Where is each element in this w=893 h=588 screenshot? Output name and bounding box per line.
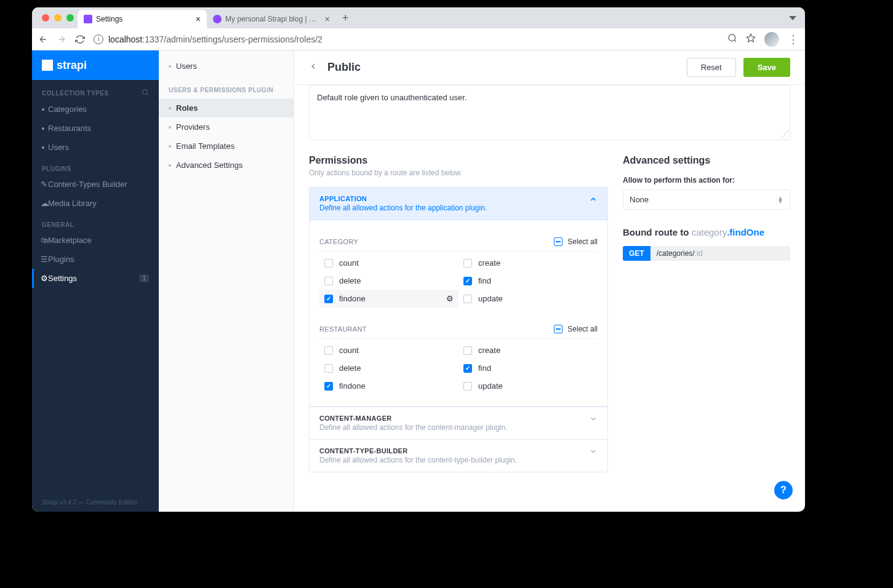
- select-all-category[interactable]: Select all: [554, 237, 598, 246]
- sidebar-item-plugins[interactable]: ☰Plugins: [32, 250, 159, 269]
- checkbox[interactable]: [324, 346, 333, 355]
- sidebar-item-settings[interactable]: ⚙Settings1: [32, 269, 159, 288]
- close-icon[interactable]: ×: [325, 14, 330, 24]
- sidebar-item-users[interactable]: Users: [32, 138, 159, 157]
- sidebar-item-categories[interactable]: Categories: [32, 100, 159, 119]
- back-button[interactable]: [38, 34, 48, 44]
- help-button[interactable]: ?: [774, 481, 793, 499]
- checkbox[interactable]: [324, 277, 333, 285]
- menu-icon[interactable]: ⋮: [788, 33, 799, 46]
- section-collection-types: COLLECTION TYPES: [32, 80, 159, 100]
- perm-create[interactable]: create: [459, 254, 598, 272]
- accordion-subtitle: Define all allowed actions for the conte…: [319, 456, 517, 464]
- window-maximize-icon[interactable]: [66, 14, 74, 22]
- select-all-restaurant[interactable]: Select all: [554, 325, 598, 333]
- forward-button[interactable]: [57, 34, 66, 44]
- tab-title: Settings: [96, 15, 192, 23]
- route-method: GET: [623, 246, 651, 261]
- indeterminate-checkbox[interactable]: [554, 237, 563, 246]
- allow-select[interactable]: None ▲▼: [623, 189, 790, 210]
- list-icon: ☰: [41, 255, 49, 264]
- perm-count[interactable]: count: [319, 341, 459, 359]
- settings-badge: 1: [139, 274, 149, 282]
- checkbox[interactable]: [324, 259, 333, 268]
- window-close-icon[interactable]: [42, 14, 49, 22]
- search-icon[interactable]: [142, 89, 149, 97]
- page-title: Public: [327, 61, 361, 74]
- reload-button[interactable]: [75, 34, 85, 44]
- accordion-content-type-builder[interactable]: CONTENT-TYPE-BUILDER Define all allowed …: [310, 439, 607, 472]
- tab-settings[interactable]: Settings ×: [78, 10, 207, 28]
- perm-find[interactable]: find: [459, 272, 598, 290]
- sidebar-item-restaurants[interactable]: Restaurants: [32, 119, 159, 138]
- extension-dropdown-icon[interactable]: [789, 16, 796, 20]
- accordion-title: CONTENT-TYPE-BUILDER: [319, 447, 517, 455]
- checkbox[interactable]: [463, 295, 472, 303]
- route-badge: GET /categories/:id: [623, 246, 790, 261]
- perm-update[interactable]: update: [459, 377, 598, 395]
- cloud-icon: ☁: [41, 199, 49, 208]
- accordion-subtitle: Define all allowed actions for the conte…: [319, 423, 508, 432]
- indeterminate-checkbox[interactable]: [554, 325, 563, 333]
- checkbox[interactable]: [324, 364, 333, 373]
- bag-icon: 🛍: [41, 236, 49, 245]
- subnav-item-email-templates[interactable]: Email Templates: [159, 137, 294, 156]
- perm-findone[interactable]: findone: [319, 377, 459, 395]
- sidebar-item-media-library[interactable]: ☁Media Library: [32, 194, 159, 213]
- pencil-icon: ✎: [41, 180, 49, 189]
- route-path: /categories/:id: [651, 246, 790, 261]
- perm-delete[interactable]: delete: [319, 272, 459, 290]
- section-plugins: PLUGINS: [32, 157, 159, 175]
- subnav-item-advanced-settings[interactable]: Advanced Settings: [159, 156, 294, 175]
- strapi-logo-icon: [42, 60, 53, 71]
- perm-create[interactable]: create: [459, 341, 598, 359]
- subnav-section: USERS & PERMISSIONS PLUGIN: [159, 76, 294, 98]
- subnav-item-providers[interactable]: Providers: [159, 117, 294, 137]
- gear-icon[interactable]: ⚙: [446, 294, 454, 303]
- search-icon[interactable]: [727, 33, 737, 46]
- chevron-down-icon: [589, 447, 598, 458]
- back-chevron[interactable]: [309, 62, 318, 73]
- select-value: None: [630, 195, 649, 204]
- traffic-lights: [38, 14, 78, 22]
- profile-avatar[interactable]: [764, 32, 779, 47]
- checkbox[interactable]: [463, 364, 472, 373]
- checkbox[interactable]: [463, 346, 472, 355]
- settings-subnav: Users USERS & PERMISSIONS PLUGIN Roles P…: [159, 50, 294, 512]
- svg-marker-1: [747, 34, 755, 42]
- select-chevron-icon: ▲▼: [777, 196, 783, 204]
- perm-count[interactable]: count: [319, 254, 459, 272]
- subnav-item-roles[interactable]: Roles: [159, 98, 294, 117]
- site-info-icon[interactable]: i: [94, 34, 103, 44]
- window-minimize-icon[interactable]: [54, 14, 62, 22]
- logo[interactable]: strapi: [32, 50, 159, 80]
- checkbox[interactable]: [324, 295, 333, 303]
- accordion-title: CONTENT-MANAGER: [319, 415, 508, 422]
- group-restaurant: RESTAURANT: [319, 325, 367, 333]
- reset-button[interactable]: Reset: [687, 58, 736, 77]
- save-button[interactable]: Save: [743, 58, 790, 77]
- checkbox[interactable]: [463, 259, 472, 268]
- sidebar-item-content-types-builder[interactable]: ✎Content-Types Builder: [32, 175, 159, 194]
- checkbox[interactable]: [324, 382, 333, 391]
- sidebar-item-marketplace[interactable]: 🛍Marketplace: [32, 231, 159, 250]
- new-tab-button[interactable]: +: [336, 12, 355, 25]
- accordion-title: APPLICATION: [319, 195, 487, 202]
- url-bar[interactable]: i localhost:1337/admin/settings/users-pe…: [94, 34, 719, 44]
- resize-handle-icon[interactable]: ⋰: [781, 130, 788, 138]
- accordion-application[interactable]: APPLICATION Define all allowed actions f…: [310, 188, 607, 220]
- perm-delete[interactable]: delete: [319, 359, 459, 377]
- description-textarea[interactable]: Default role given to unauthenticated us…: [309, 85, 790, 140]
- star-icon[interactable]: [746, 33, 756, 46]
- perm-find[interactable]: find: [459, 359, 598, 377]
- permissions-title: Permissions: [309, 155, 608, 166]
- tab-blog[interactable]: My personal Strapi blog | Strap... ×: [207, 10, 336, 28]
- checkbox[interactable]: [463, 277, 472, 285]
- accordion-content-manager[interactable]: CONTENT-MANAGER Define all allowed actio…: [310, 407, 607, 439]
- subnav-item-users[interactable]: Users: [159, 57, 294, 76]
- perm-findone[interactable]: findone⚙: [319, 290, 459, 308]
- checkbox[interactable]: [463, 382, 472, 391]
- close-icon[interactable]: ×: [196, 14, 201, 24]
- perm-update[interactable]: update: [459, 290, 598, 308]
- permissions-subtitle: Only actions bound by a route are listed…: [309, 169, 608, 177]
